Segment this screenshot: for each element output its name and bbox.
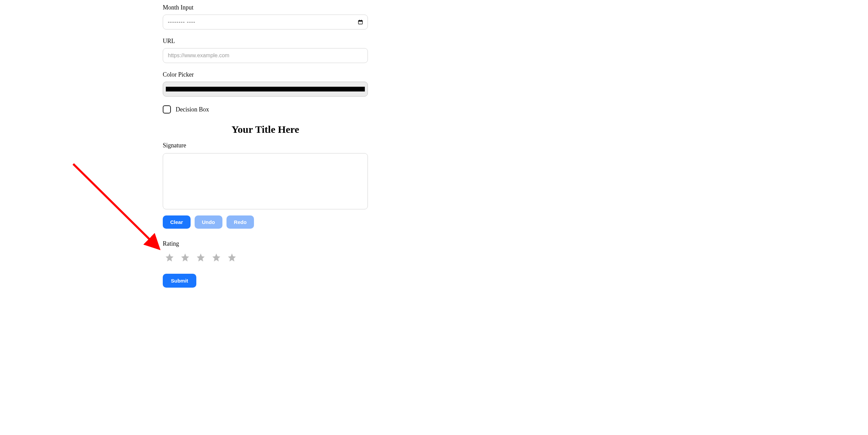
- month-input[interactable]: -------- ----: [163, 15, 368, 29]
- signature-buttons: Clear Undo Redo: [163, 215, 368, 229]
- month-input-wrap: -------- ----: [163, 15, 368, 29]
- signature-label: Signature: [163, 142, 368, 149]
- color-picker[interactable]: [163, 82, 368, 97]
- color-swatch: [166, 87, 365, 91]
- undo-button[interactable]: Undo: [195, 215, 222, 229]
- svg-rect-2: [359, 20, 360, 21]
- annotation-arrow: [71, 162, 163, 252]
- star-icon[interactable]: [180, 253, 190, 264]
- submit-wrap: Submit: [163, 274, 368, 288]
- form-column: Month Input -------- ---- URL Color Pick…: [163, 0, 368, 288]
- section-title: Your Title Here: [163, 124, 368, 135]
- svg-line-4: [73, 164, 158, 247]
- decision-label: Decision Box: [176, 106, 209, 113]
- rating-stars: [163, 253, 368, 264]
- rating-label: Rating: [163, 240, 368, 247]
- submit-button[interactable]: Submit: [163, 274, 196, 288]
- calendar-icon[interactable]: [358, 19, 363, 25]
- star-icon[interactable]: [196, 253, 205, 264]
- color-label: Color Picker: [163, 71, 368, 78]
- decision-row: Decision Box: [163, 105, 368, 113]
- signature-canvas[interactable]: [163, 153, 368, 209]
- star-icon[interactable]: [227, 253, 237, 264]
- decision-checkbox[interactable]: [163, 105, 171, 113]
- month-value: -------- ----: [168, 19, 195, 25]
- star-icon[interactable]: [165, 253, 174, 264]
- url-label: URL: [163, 38, 368, 45]
- clear-button[interactable]: Clear: [163, 215, 191, 229]
- svg-rect-1: [358, 20, 362, 21]
- redo-button[interactable]: Redo: [226, 215, 254, 229]
- star-icon[interactable]: [212, 253, 221, 264]
- url-input[interactable]: [163, 48, 368, 63]
- svg-rect-3: [361, 20, 361, 21]
- month-label: Month Input: [163, 4, 368, 11]
